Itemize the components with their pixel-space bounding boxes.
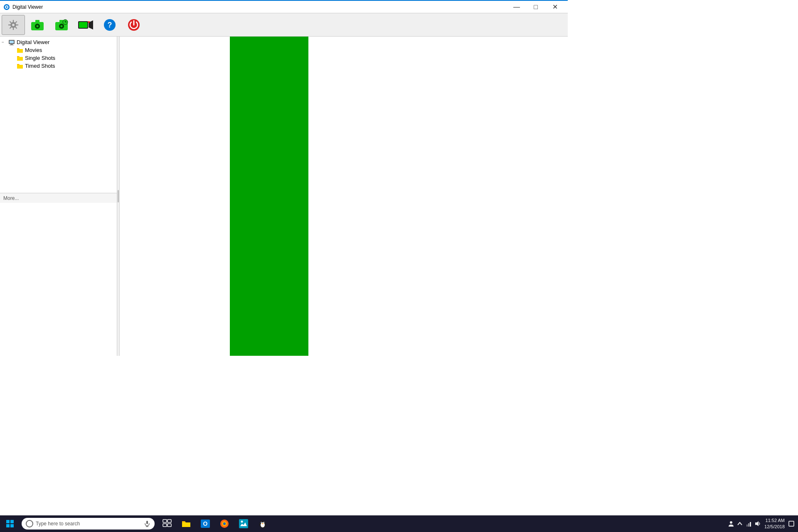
lower-panel <box>0 203 117 356</box>
svg-line-9 <box>15 27 17 29</box>
power-icon <box>127 18 140 32</box>
settings-button[interactable] <box>2 15 25 35</box>
content-area <box>120 37 568 356</box>
computer-icon <box>8 39 15 45</box>
folder-timed-shots-icon <box>17 63 23 69</box>
folder-single-shots-icon <box>17 55 23 61</box>
more-link[interactable]: More... <box>0 193 117 203</box>
title-bar-left: Digital Viewer <box>3 4 43 10</box>
svg-point-2 <box>6 6 7 8</box>
minimize-button[interactable]: — <box>507 0 526 14</box>
resizer-handle <box>118 190 119 202</box>
tree-node-single-shots[interactable]: Single Shots <box>0 54 117 62</box>
video-button[interactable] <box>74 15 97 35</box>
svg-rect-34 <box>10 41 14 43</box>
svg-point-17 <box>37 25 38 27</box>
timer-camera-icon <box>54 19 69 31</box>
tree-movies-label: Movies <box>25 47 42 53</box>
tree-node-root[interactable]: − Digital Viewer <box>0 38 117 46</box>
app-icon <box>3 4 10 10</box>
help-icon: ? <box>103 18 116 32</box>
power-button[interactable] <box>122 15 145 35</box>
svg-point-3 <box>12 23 15 27</box>
title-controls: — □ ✕ <box>507 0 564 14</box>
tree-single-shots-label: Single Shots <box>25 55 55 61</box>
expand-icon: − <box>2 40 7 44</box>
main-layout: − Digital Viewer Movies <box>0 37 568 356</box>
maximize-button[interactable]: □ <box>526 0 545 14</box>
svg-rect-35 <box>10 44 13 45</box>
video-icon <box>78 19 94 31</box>
window-title: Digital Viewer <box>12 4 43 10</box>
gear-icon <box>7 18 20 32</box>
svg-rect-28 <box>79 22 87 28</box>
svg-line-8 <box>10 21 12 23</box>
timed-shot-button[interactable] <box>50 15 73 35</box>
svg-rect-36 <box>10 45 14 45</box>
svg-text:?: ? <box>108 21 112 29</box>
title-bar: Digital Viewer — □ ✕ <box>0 0 568 13</box>
tree-timed-shots-label: Timed Shots <box>25 63 55 69</box>
single-shot-button[interactable] <box>26 15 49 35</box>
svg-rect-14 <box>35 20 39 22</box>
tree-node-movies[interactable]: Movies <box>0 46 117 54</box>
toolbar: ? <box>0 13 568 37</box>
help-button[interactable]: ? <box>98 15 121 35</box>
camera-icon <box>30 19 44 31</box>
folder-movies-icon <box>17 47 23 53</box>
green-panel <box>230 37 308 356</box>
close-button[interactable]: ✕ <box>545 0 564 14</box>
tree-node-timed-shots[interactable]: Timed Shots <box>0 62 117 70</box>
svg-line-10 <box>15 21 17 23</box>
tree-area: − Digital Viewer Movies <box>0 37 117 193</box>
svg-point-22 <box>61 25 62 27</box>
svg-line-11 <box>10 27 12 29</box>
svg-point-29 <box>88 21 90 23</box>
tree-root-label: Digital Viewer <box>17 39 49 45</box>
